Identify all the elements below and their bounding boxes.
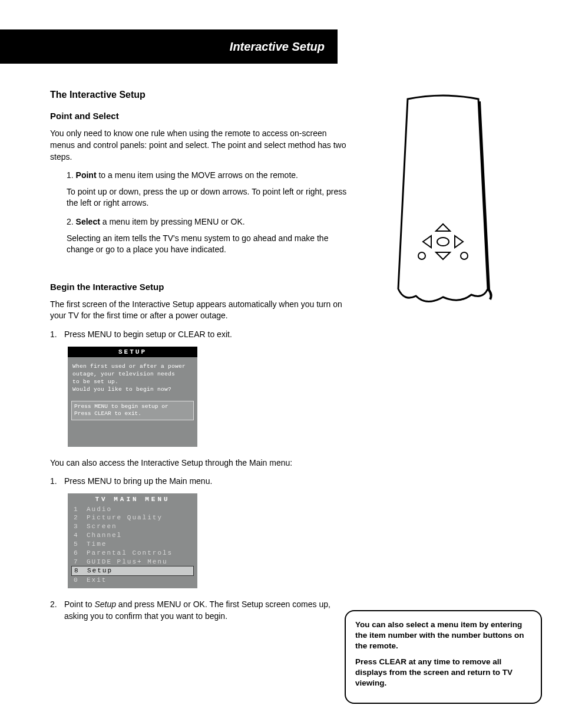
- menu-row-guide: 7GUIDE Plus+ Menu: [68, 558, 197, 566]
- begin-step-1: 1. Press MENU to begin setup or CLEAR to…: [50, 329, 351, 341]
- tip-callout-box: You can also select a menu item by enter…: [345, 610, 542, 704]
- mainmenu-step-2-num: 2.: [50, 599, 64, 622]
- section-title: The Interactive Setup: [50, 88, 351, 101]
- setup-screen-body: When first used or after a power outage,…: [68, 357, 197, 397]
- setup-body-l3: to be set up.: [72, 378, 193, 386]
- main-content: The Interactive Setup Point and Select Y…: [50, 88, 351, 628]
- left-aux-button-icon: [418, 252, 425, 259]
- step-2: 2. Select a menu item by pressing MENU o…: [67, 216, 351, 228]
- mainmenu-step-1: 1. Press MENU to bring up the Main menu.: [50, 476, 351, 487]
- setup-italic: Setup: [94, 599, 116, 609]
- menu-row-picture: 2Picture Quality: [68, 513, 197, 522]
- step-1-bold: Point: [76, 170, 97, 180]
- step-2-detail: Selecting an item tells the TV's menu sy…: [67, 233, 351, 256]
- setup-screen-prompt: Press MENU to begin setup or Press CLEAR…: [71, 401, 194, 421]
- header-title: Interactive Setup: [230, 40, 325, 54]
- step-2-bold: Select: [76, 217, 100, 226]
- menu-row-setup-highlighted: 8Setup: [71, 566, 194, 576]
- menu-row-exit: 0Exit: [68, 576, 197, 585]
- access-main-menu-intro: You can also access the Interactive Setu…: [50, 457, 351, 469]
- menu-row-audio: 1Audio: [68, 505, 197, 514]
- step-2-rest: a menu item by pressing MENU or OK.: [100, 217, 245, 226]
- setup-screen-title: SETUP: [68, 347, 197, 358]
- remote-illustration: [389, 94, 498, 309]
- step-1-detail: To point up or down, press the up or dow…: [67, 186, 351, 209]
- mainmenu-step-2-text: Point to Setup and press MENU or OK. The…: [64, 599, 351, 622]
- heading-point-select: Point and Select: [50, 110, 351, 122]
- begin-step-1-text: Press MENU to begin setup or CLEAR to ex…: [64, 329, 232, 341]
- setup-body-l1: When first used or after a power: [72, 363, 193, 371]
- menu-row-channel: 4Channel: [68, 531, 197, 540]
- begin-intro: The first screen of the Interactive Setu…: [50, 299, 351, 322]
- begin-step-1-num: 1.: [50, 329, 64, 341]
- page-header-bar: Interactive Setup: [0, 29, 338, 64]
- setup-prompt-l1: Press MENU to begin setup or: [74, 403, 191, 411]
- menu-row-time: 5Time: [68, 540, 197, 549]
- mainmenu-step-2: 2. Point to Setup and press MENU or OK. …: [50, 599, 351, 622]
- main-menu-mockup: TV MAIN MENU 1Audio 2Picture Quality 3Sc…: [68, 493, 197, 588]
- setup-prompt-l2: Press CLEAR to exit.: [74, 410, 191, 418]
- right-aux-button-icon: [461, 252, 468, 259]
- step-2-num: 2.: [67, 217, 74, 226]
- ok-button-icon: [437, 238, 449, 246]
- mainmenu-step-1-text: Press MENU to bring up the Main menu.: [64, 476, 212, 487]
- tip-paragraph-2: Press CLEAR at any time to remove all di…: [355, 657, 531, 689]
- step-1-num: 1.: [67, 170, 74, 180]
- setup-body-l4: Would you like to begin now?: [72, 386, 193, 394]
- mainmenu-step-1-num: 1.: [50, 476, 64, 487]
- heading-begin-setup: Begin the Interactive Setup: [50, 281, 351, 293]
- intro-paragraph: You only need to know one rule when usin…: [50, 128, 351, 163]
- menu-row-screen: 3Screen: [68, 522, 197, 531]
- step-1: 1. Point to a menu item using the MOVE a…: [67, 170, 351, 182]
- menu-row-parental: 6Parental Controls: [68, 549, 197, 558]
- setup-body-l2: outage, your television needs: [72, 371, 193, 378]
- step-1-rest: to a menu item using the MOVE arrows on …: [97, 170, 298, 180]
- main-menu-title: TV MAIN MENU: [68, 493, 197, 505]
- tip-paragraph-1: You can also select a menu item by enter…: [355, 620, 531, 652]
- setup-screen-mockup: SETUP When first used or after a power o…: [68, 347, 197, 447]
